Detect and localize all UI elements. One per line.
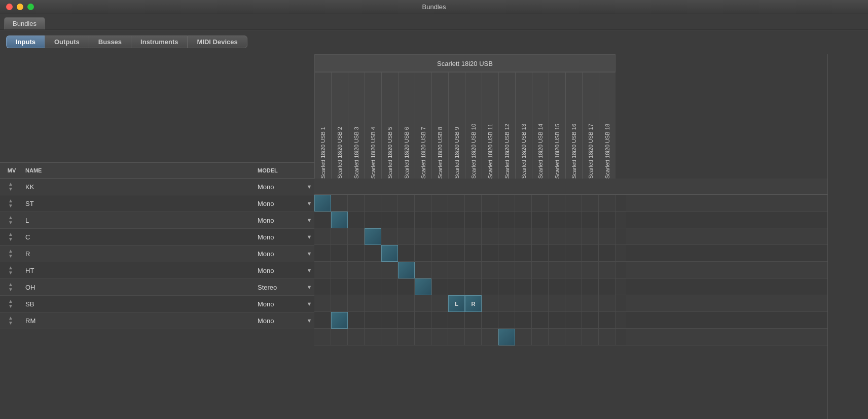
grid-cell-8-14[interactable] (549, 329, 565, 345)
grid-cell-2-9[interactable] (465, 228, 482, 245)
tab-busses[interactable]: Busses (89, 36, 131, 48)
tab-inputs[interactable]: Inputs (6, 36, 45, 48)
grid-cell-5-12[interactable] (515, 278, 532, 295)
grid-cell-3-17[interactable] (599, 245, 616, 262)
model-dropdown[interactable]: ▼ (304, 267, 314, 273)
grid-cell-8-8[interactable] (448, 329, 465, 345)
grid-cell-1-10[interactable] (482, 212, 498, 228)
grid-cell-0-13[interactable] (532, 195, 549, 212)
grid-cell-7-13[interactable] (532, 312, 549, 329)
grid-cell-6-2[interactable] (348, 295, 365, 312)
mv-arrows[interactable]: ▲▼ (8, 182, 13, 192)
grid-cell-8-11[interactable] (498, 329, 515, 345)
grid-cell-7-8[interactable] (448, 312, 465, 329)
model-dropdown[interactable]: ▼ (304, 318, 314, 324)
grid-cell-4-12[interactable] (515, 262, 532, 278)
model-dropdown[interactable]: ▼ (304, 251, 314, 257)
grid-cell-5-0[interactable] (314, 278, 331, 295)
mv-arrows[interactable]: ▲▼ (8, 232, 13, 242)
mv-control[interactable]: ▲▼ (0, 182, 21, 192)
grid-cell-3-10[interactable] (482, 245, 498, 262)
model-dropdown[interactable]: ▼ (304, 284, 314, 290)
grid-cell-1-6[interactable] (415, 212, 431, 228)
grid-cell-1-8[interactable] (448, 212, 465, 228)
grid-cell-3-6[interactable] (415, 245, 431, 262)
grid-cell-1-13[interactable] (532, 212, 549, 228)
grid-cell-0-10[interactable] (482, 195, 498, 212)
grid-cell-4-4[interactable] (381, 262, 398, 278)
mv-arrows[interactable]: ▲▼ (8, 299, 13, 309)
grid-cell-6-3[interactable] (365, 295, 381, 312)
grid-cell-1-3[interactable] (365, 212, 381, 228)
grid-cell-6-11[interactable] (498, 295, 515, 312)
grid-cell-1-11[interactable] (498, 212, 515, 228)
grid-cell-8-5[interactable] (398, 329, 415, 345)
grid-cell-4-3[interactable] (365, 262, 381, 278)
grid-cell-7-16[interactable] (582, 312, 599, 329)
grid-cell-7-6[interactable] (415, 312, 431, 329)
grid-cell-1-1[interactable] (331, 212, 348, 228)
grid-cell-2-17[interactable] (599, 228, 616, 245)
grid-cell-4-1[interactable] (331, 262, 348, 278)
grid-cell-2-15[interactable] (565, 228, 582, 245)
mv-control[interactable]: ▲▼ (0, 265, 21, 275)
grid-cell-0-15[interactable] (565, 195, 582, 212)
grid-cell-6-7[interactable] (431, 295, 448, 312)
grid-cell-5-1[interactable] (331, 278, 348, 295)
grid-cell-5-13[interactable] (532, 278, 549, 295)
grid-cell-7-14[interactable] (549, 312, 565, 329)
grid-cell-4-15[interactable] (565, 262, 582, 278)
grid-cell-2-4[interactable] (381, 228, 398, 245)
grid-cell-8-10[interactable] (482, 329, 498, 345)
grid-cell-7-9[interactable] (465, 312, 482, 329)
grid-cell-3-2[interactable] (348, 245, 365, 262)
mv-control[interactable]: ▲▼ (0, 198, 21, 208)
grid-cell-5-14[interactable] (549, 278, 565, 295)
grid-cell-2-2[interactable] (348, 228, 365, 245)
grid-cell-1-7[interactable] (431, 212, 448, 228)
grid-cell-5-15[interactable] (565, 278, 582, 295)
grid-cell-5-10[interactable] (482, 278, 498, 295)
tab-midi-devices[interactable]: MIDI Devices (187, 36, 247, 48)
grid-cell-0-11[interactable] (498, 195, 515, 212)
grid-cell-6-16[interactable] (582, 295, 599, 312)
grid-cell-5-6[interactable] (415, 278, 431, 295)
grid-cell-8-3[interactable] (365, 329, 381, 345)
grid-cell-4-14[interactable] (549, 262, 565, 278)
grid-cell-2-0[interactable] (314, 228, 331, 245)
grid-cell-5-11[interactable] (498, 278, 515, 295)
grid-cell-4-6[interactable] (415, 262, 431, 278)
grid-cell-3-4[interactable] (381, 245, 398, 262)
grid-cell-5-16[interactable] (582, 278, 599, 295)
grid-cell-0-12[interactable] (515, 195, 532, 212)
grid-cell-6-0[interactable] (314, 295, 331, 312)
grid-cell-8-1[interactable] (331, 329, 348, 345)
grid-cell-7-7[interactable] (431, 312, 448, 329)
grid-cell-1-17[interactable] (599, 212, 616, 228)
grid-cell-1-2[interactable] (348, 212, 365, 228)
tab-instruments[interactable]: Instruments (131, 36, 187, 48)
mv-arrows[interactable]: ▲▼ (8, 265, 13, 275)
grid-cell-8-2[interactable] (348, 329, 365, 345)
model-dropdown[interactable]: ▼ (304, 217, 314, 223)
mv-arrows[interactable]: ▲▼ (8, 282, 13, 292)
grid-cell-2-7[interactable] (431, 228, 448, 245)
grid-cell-0-16[interactable] (582, 195, 599, 212)
maximize-button[interactable] (27, 4, 34, 10)
grid-cell-4-11[interactable] (498, 262, 515, 278)
grid-cell-1-9[interactable] (465, 212, 482, 228)
close-button[interactable] (6, 4, 13, 10)
grid-cell-2-11[interactable] (498, 228, 515, 245)
grid-cell-2-12[interactable] (515, 228, 532, 245)
grid-cell-1-12[interactable] (515, 212, 532, 228)
grid-cell-7-3[interactable] (365, 312, 381, 329)
grid-cell-0-1[interactable] (331, 195, 348, 212)
grid-cell-7-2[interactable] (348, 312, 365, 329)
grid-cell-1-4[interactable] (381, 212, 398, 228)
grid-cell-8-16[interactable] (582, 329, 599, 345)
mv-arrows[interactable]: ▲▼ (8, 215, 13, 225)
grid-cell-0-3[interactable] (365, 195, 381, 212)
grid-cell-8-12[interactable] (515, 329, 532, 345)
grid-cell-8-4[interactable] (381, 329, 398, 345)
grid-cell-7-17[interactable] (599, 312, 616, 329)
